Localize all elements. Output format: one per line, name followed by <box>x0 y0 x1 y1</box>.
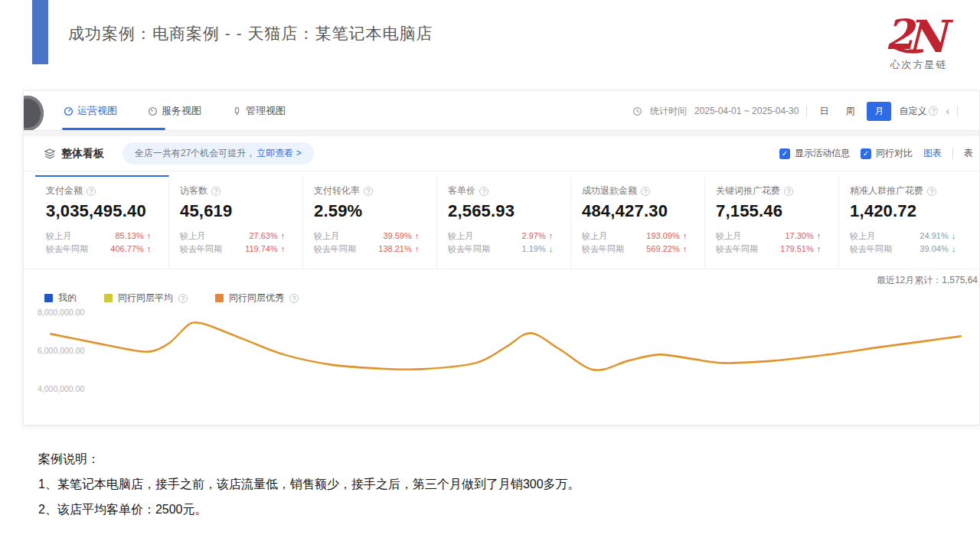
metric-value: 484,427.30 <box>582 201 694 221</box>
metric-card-audience-ad-spend[interactable]: 精准人群推广花费? 1,420.72 较上月24.91%↓ 较去年同期39.04… <box>839 175 973 268</box>
tab-label: 管理视图 <box>246 104 286 118</box>
metric-card-conversion-rate[interactable]: 支付转化率? 2.59% 较上月39.59%↑ 较去年同期138.21%↑ <box>303 175 437 268</box>
opportunity-link[interactable]: 立即查看 > <box>256 147 301 160</box>
info-icon: ? <box>927 187 936 196</box>
arrow-up-icon: ↑ <box>281 230 286 243</box>
period-week-button[interactable]: 周 <box>841 103 859 120</box>
metric-cards: 支付金额? 3,035,495.40 较上月85.13%↑ 较去年同期406.7… <box>35 175 973 268</box>
peer-compare-checkbox[interactable]: ✓ 同行对比 <box>861 147 913 160</box>
arrow-up-icon: ↑ <box>281 243 286 256</box>
info-icon: ? <box>364 187 373 196</box>
metric-value: 7,155.46 <box>716 201 828 221</box>
metric-value: 2,565.93 <box>448 201 560 221</box>
dashboard-tabbar: 运营视图 服务视图 管理视图 <box>24 91 979 131</box>
board-title-group: 整体看板 <box>44 147 104 161</box>
arrow-up-icon: ↑ <box>415 230 420 243</box>
tab-label: 服务视图 <box>162 104 201 118</box>
brand-logo-text: 心次方星链 <box>873 58 965 72</box>
checkbox-checked-icon: ✓ <box>861 148 871 159</box>
arrow-up-icon: ↑ <box>817 243 822 256</box>
chart-legend: 我的 同行同层平均 ? 同行同层优秀 ? <box>44 292 299 305</box>
date-toolbar: 统计时间 2025-04-01 ~ 2025-04-30 日 周 月 自定义 ?… <box>632 91 958 131</box>
info-icon: ? <box>479 187 488 196</box>
info-icon: ? <box>784 187 793 196</box>
info-icon: ? <box>211 187 220 196</box>
arrow-up-icon: ↑ <box>683 243 688 256</box>
tab-service-view[interactable]: 服务视图 <box>148 104 201 118</box>
custom-range-button[interactable]: 自定义 ? <box>899 105 938 118</box>
metric-value: 2.59% <box>314 201 426 221</box>
divider <box>957 106 958 117</box>
legend-swatch <box>104 294 113 302</box>
case-notes: 案例说明： 1、某笔记本电脑店，接手之前，该店流量低，销售额少，接手之后，第三个… <box>38 448 580 520</box>
tab-label: 运营视图 <box>77 104 117 118</box>
brand-logo: 2 N 心次方星链 <box>873 11 965 72</box>
arrow-up-icon: ↑ <box>147 230 152 243</box>
tab-management-view[interactable]: 管理视图 <box>232 104 286 118</box>
opportunity-text: 全店一共有27个机会可提升， <box>135 147 255 160</box>
metric-card-visitors[interactable]: 访客数? 45,619 较上月27.63%↑ 较去年同期119.74%↑ <box>169 175 303 268</box>
brand-logo-icon: 2 N <box>879 11 959 58</box>
section-gap <box>24 131 979 136</box>
stat-time-label: 统计时间 <box>650 105 687 118</box>
slide-accent-bar <box>32 0 48 64</box>
show-activity-checkbox[interactable]: ✓ 显示活动信息 <box>779 147 850 160</box>
info-icon: ? <box>929 106 938 116</box>
trend-line-series <box>51 322 961 370</box>
metric-value: 1,420.72 <box>850 201 962 221</box>
info-icon: ? <box>178 294 188 303</box>
metric-card-refund-amount[interactable]: 成功退款金额? 484,427.30 较上月193.09%↑ 较去年同期569.… <box>571 175 705 268</box>
metric-value: 3,035,495.40 <box>46 201 158 221</box>
checkbox-checked-icon: ✓ <box>779 148 790 159</box>
info-icon: ? <box>87 187 96 196</box>
board-options: ✓ 显示活动信息 ✓ 同行对比 图表 表 <box>779 147 973 160</box>
arrow-up-icon: ↑ <box>549 230 554 243</box>
board-title: 整体看板 <box>61 147 104 161</box>
page-title: 成功案例：电商案例 - - 天猫店：某笔记本电脑店 <box>68 23 433 44</box>
arrow-up-icon: ↑ <box>683 230 688 243</box>
arrow-up-icon: ↑ <box>415 243 420 256</box>
metric-value: 45,619 <box>180 201 292 221</box>
dashboard-panel: 运营视图 服务视图 管理视图 <box>23 90 980 425</box>
legend-item-peer-average[interactable]: 同行同层平均 ? <box>104 292 188 305</box>
arrow-up-icon: ↑ <box>147 243 152 256</box>
case-notes-title: 案例说明： <box>38 448 580 470</box>
gauge-icon <box>148 106 158 116</box>
case-note-line: 1、某笔记本电脑店，接手之前，该店流量低，销售额少，接手之后，第三个月做到了月销… <box>38 473 580 495</box>
arrow-down-icon: ↓ <box>549 243 554 256</box>
metric-card-payment-amount[interactable]: 支付金额? 3,035,495.40 较上月85.13%↑ 较去年同期406.7… <box>35 175 169 268</box>
layers-icon <box>44 148 56 160</box>
badge-icon <box>232 106 242 116</box>
metric-card-keyword-ad-spend[interactable]: 关键词推广花费? 7,155.46 较上月17.30%↑ 较去年同期179.51… <box>705 175 839 268</box>
arrow-down-icon: ↓ <box>952 243 956 256</box>
arrow-down-icon: ↓ <box>952 230 956 243</box>
info-icon: ? <box>289 294 299 303</box>
divider <box>952 148 953 159</box>
legend-item-mine[interactable]: 我的 <box>44 292 77 305</box>
opportunity-banner: 全店一共有27个机会可提升， 立即查看 > <box>122 142 314 165</box>
twelve-month-total: 最近12月累计：1,575,64 <box>877 274 978 287</box>
divider <box>806 106 807 117</box>
active-tab-underline <box>62 128 165 130</box>
arrow-up-icon: ↑ <box>817 230 822 243</box>
legend-swatch <box>44 294 53 302</box>
divider <box>24 269 979 269</box>
period-month-button[interactable]: 月 <box>867 102 891 121</box>
clock-icon <box>632 106 642 116</box>
divider <box>24 171 979 171</box>
trend-line-chart[interactable] <box>35 307 980 422</box>
chart-view-toggle[interactable]: 图表 <box>923 147 942 160</box>
case-note-line: 2、该店平均客单价：2500元。 <box>38 498 580 520</box>
metric-card-avg-order-value[interactable]: 客单价? 2,565.93 较上月2.97%↑ 较去年同期1.19%↓ <box>437 175 571 268</box>
info-icon: ? <box>641 187 650 196</box>
legend-swatch <box>215 294 224 302</box>
table-view-toggle[interactable]: 表 <box>964 147 973 160</box>
gauge-icon <box>64 106 74 116</box>
chevron-left-icon[interactable]: ‹ <box>946 105 949 117</box>
tab-operations-view[interactable]: 运营视图 <box>64 104 117 118</box>
legend-item-peer-excellent[interactable]: 同行同层优秀 ? <box>215 292 299 305</box>
period-day-button[interactable]: 日 <box>815 103 833 120</box>
date-range-value[interactable]: 2025-04-01 ~ 2025-04-30 <box>694 106 799 116</box>
board-header-row: 整体看板 全店一共有27个机会可提升， 立即查看 > ✓ 显示活动信息 ✓ 同行… <box>24 136 979 171</box>
